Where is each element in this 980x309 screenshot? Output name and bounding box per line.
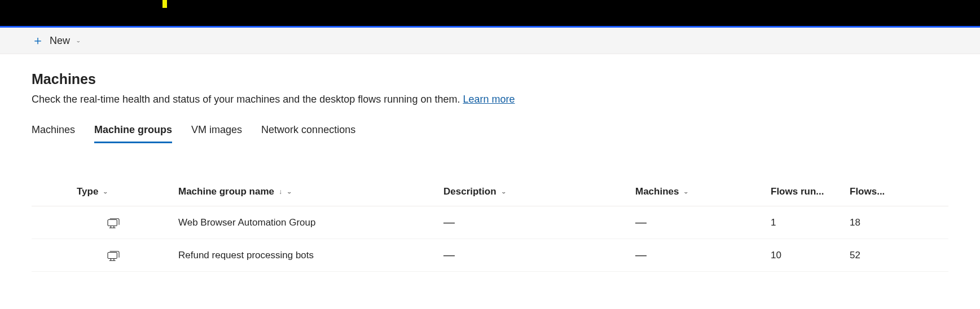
table-header-row: Type ⌄ Machine group name ↓ ⌄ Descriptio… xyxy=(32,177,948,206)
name-cell[interactable]: Refund request processing bots xyxy=(178,250,443,261)
flows-running-cell: 1 xyxy=(771,217,850,228)
tab-network-connections[interactable]: Network connections xyxy=(261,124,355,143)
top-black-bar xyxy=(0,0,980,26)
tab-machines[interactable]: Machines xyxy=(32,124,75,143)
page-title: Machines xyxy=(32,71,948,87)
tabs: Machines Machine groups VM images Networ… xyxy=(32,124,948,143)
type-cell xyxy=(77,217,178,228)
svg-rect-0 xyxy=(108,219,117,226)
new-button[interactable]: ＋ New ⌄ xyxy=(32,34,81,47)
new-button-label: New xyxy=(50,35,70,47)
learn-more-link[interactable]: Learn more xyxy=(463,94,515,105)
sort-descending-icon: ↓ xyxy=(279,188,282,196)
plus-icon: ＋ xyxy=(32,34,44,47)
column-header-name[interactable]: Machine group name ↓ ⌄ xyxy=(178,186,443,197)
machine-group-icon xyxy=(107,250,120,261)
machine-group-icon xyxy=(107,217,120,228)
machine-groups-table: Type ⌄ Machine group name ↓ ⌄ Descriptio… xyxy=(32,177,948,272)
column-header-machines[interactable]: Machines ⌄ xyxy=(635,186,771,197)
command-bar: ＋ New ⌄ xyxy=(0,28,980,54)
description-cell: — xyxy=(443,216,635,229)
chevron-down-icon: ⌄ xyxy=(683,189,689,195)
subtitle-text: Check the real-time health and status of… xyxy=(32,94,463,105)
table-row[interactable]: Refund request processing bots — — 10 52 xyxy=(32,239,948,272)
chevron-down-icon: ⌄ xyxy=(76,38,81,43)
page-subtitle: Check the real-time health and status of… xyxy=(32,92,948,107)
svg-rect-4 xyxy=(108,252,117,258)
column-header-flows-running-label: Flows run... xyxy=(771,186,824,197)
chevron-down-icon: ⌄ xyxy=(287,189,292,195)
column-header-flows-queued[interactable]: Flows... xyxy=(850,186,929,197)
chevron-down-icon: ⌄ xyxy=(103,189,108,195)
flows-queued-cell: 52 xyxy=(850,250,929,261)
tab-vm-images[interactable]: VM images xyxy=(191,124,242,143)
name-cell[interactable]: Web Browser Automation Group xyxy=(178,217,443,228)
column-header-name-label: Machine group name xyxy=(178,186,274,197)
table-row[interactable]: Web Browser Automation Group — — 1 18 xyxy=(32,206,948,239)
machines-cell: — xyxy=(635,216,771,229)
chevron-down-icon: ⌄ xyxy=(501,189,507,195)
column-header-machines-label: Machines xyxy=(635,186,679,197)
column-header-flows-queued-label: Flows... xyxy=(850,186,885,197)
machines-cell: — xyxy=(635,249,771,262)
column-header-description-label: Description xyxy=(443,186,496,197)
column-header-type[interactable]: Type ⌄ xyxy=(77,186,178,197)
flows-running-cell: 10 xyxy=(771,250,850,261)
column-header-description[interactable]: Description ⌄ xyxy=(443,186,635,197)
type-cell xyxy=(77,250,178,261)
flows-queued-cell: 18 xyxy=(850,217,929,228)
description-cell: — xyxy=(443,249,635,262)
cursor-indicator xyxy=(162,0,167,8)
column-header-type-label: Type xyxy=(77,186,98,197)
column-header-flows-running[interactable]: Flows run... xyxy=(771,186,850,197)
page-content: Machines Check the real-time health and … xyxy=(0,54,980,272)
tab-machine-groups[interactable]: Machine groups xyxy=(94,124,172,143)
